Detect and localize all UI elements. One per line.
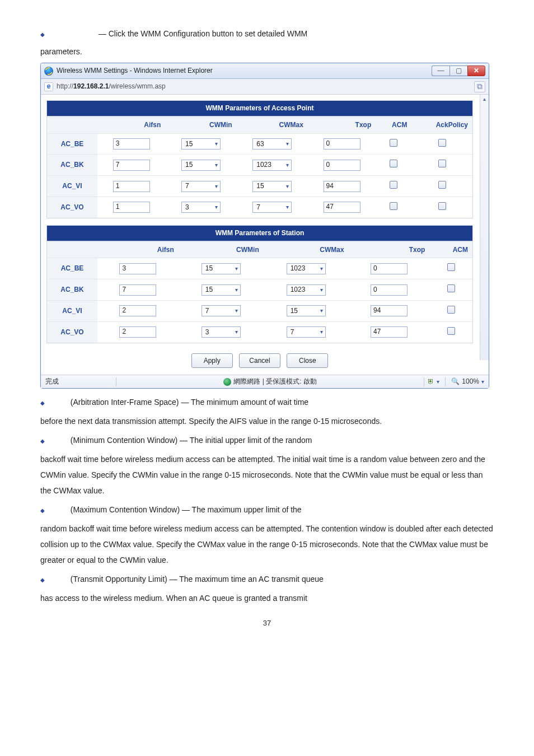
chevron-down-icon: ▾ <box>286 140 289 148</box>
para-aifs-text1: (Arbitration Inter-Frame Space) — The mi… <box>71 398 308 407</box>
cwmax-select[interactable]: 7▾ <box>252 202 292 213</box>
table-row: AC_VI 1 7▾ 15▾ 94 <box>47 175 472 197</box>
txop-input[interactable]: 94 <box>324 181 360 192</box>
acm-checkbox[interactable] <box>390 181 397 189</box>
aifsn-input[interactable]: 2 <box>119 326 156 338</box>
table-row: AC_BE 3 15▾ 1023▾ 0 <box>47 258 472 279</box>
bullet-icon: ◆ <box>40 400 55 406</box>
para-txop-lead: ◆ (Transmit Opportunity Limit) — The max… <box>40 571 494 587</box>
scrollbar[interactable]: ▴ <box>480 95 489 360</box>
para-aifs-text2: before the next data transmission attemp… <box>40 413 494 429</box>
chevron-down-icon: ▾ <box>286 183 289 190</box>
txop-input[interactable]: 94 <box>371 305 407 316</box>
status-done: 完成 <box>45 377 113 386</box>
txop-input[interactable]: 0 <box>371 263 407 274</box>
intro-line-2: parameters. <box>40 44 494 59</box>
chevron-down-icon: ▾ <box>235 286 238 294</box>
page-icon <box>44 82 53 91</box>
intro-line-1: ◆ — Click the WMM Configuration button t… <box>40 26 494 41</box>
aifsn-input[interactable]: 7 <box>119 284 156 296</box>
acm-checkbox[interactable] <box>447 327 455 335</box>
chevron-down-icon: ▾ <box>286 203 289 211</box>
zoom-value: 100% <box>462 377 479 386</box>
maximize-button[interactable]: ▢ <box>449 66 467 76</box>
aifsn-input[interactable]: 2 <box>119 305 156 316</box>
aifsn-input[interactable]: 1 <box>113 202 150 213</box>
row-ac-bk: AC_BK <box>47 154 97 175</box>
cwmax-select[interactable]: 15▾ <box>287 305 326 316</box>
close-button-form[interactable]: Close <box>287 353 328 368</box>
cwmin-select[interactable]: 3▾ <box>202 326 241 338</box>
ap-col-cwmax: CWMax <box>237 116 308 133</box>
bullet-icon: ◆ <box>40 577 55 583</box>
chevron-down-icon: ▾ <box>215 161 218 169</box>
chevron-down-icon: ▾ <box>320 265 323 273</box>
cwmin-select[interactable]: 15▾ <box>202 284 241 296</box>
address-url[interactable]: http://192.168.2.1/wireless/wmm.asp <box>57 82 471 91</box>
acm-checkbox[interactable] <box>390 160 397 167</box>
cwmax-select[interactable]: 1023▾ <box>252 160 292 171</box>
cwmax-select[interactable]: 1023▾ <box>287 284 326 296</box>
aifsn-input[interactable]: 7 <box>113 160 150 171</box>
ap-col-blank <box>47 116 97 133</box>
cwmax-select[interactable]: 15▾ <box>252 181 292 192</box>
para-txop-text1: (Transmit Opportunity Limit) — The maxim… <box>71 575 324 584</box>
acm-checkbox[interactable] <box>390 139 397 147</box>
acm-checkbox[interactable] <box>447 306 455 314</box>
sta-col-cwmax: CWMax <box>264 241 349 258</box>
acm-checkbox[interactable] <box>447 263 455 271</box>
txop-input[interactable]: 0 <box>324 160 360 171</box>
chevron-down-icon: ▾ <box>215 140 218 148</box>
chevron-down-icon[interactable]: ▾ <box>481 378 484 386</box>
intro-text-2: parameters. <box>40 47 82 56</box>
chevron-down-icon: ▾ <box>320 328 323 336</box>
window-title: Wireless WMM Settings - Windows Internet… <box>57 66 432 76</box>
cwmin-select[interactable]: 15▾ <box>181 160 221 171</box>
ackpolicy-checkbox[interactable] <box>438 202 446 210</box>
ackpolicy-checkbox[interactable] <box>438 181 446 189</box>
ackpolicy-checkbox[interactable] <box>438 160 446 167</box>
ackpolicy-checkbox[interactable] <box>438 139 446 147</box>
aifsn-input[interactable]: 3 <box>113 138 150 150</box>
chevron-down-icon: ▾ <box>215 183 218 190</box>
row-ac-be: AC_BE <box>47 133 97 155</box>
cwmin-select[interactable]: 7▾ <box>181 181 221 192</box>
ap-col-aifsn: Aifsn <box>97 116 165 133</box>
intro-text-1: — Click the WMM Configuration button to … <box>99 29 307 38</box>
aifsn-input[interactable]: 1 <box>113 181 150 192</box>
apply-button[interactable]: Apply <box>191 353 233 368</box>
sta-table-caption: WMM Parameters of Station <box>46 225 473 241</box>
table-row: AC_BK 7 15▾ 1023▾ 0 <box>47 154 472 175</box>
acm-checkbox[interactable] <box>390 202 397 210</box>
chevron-down-icon[interactable]: ▾ <box>437 378 439 386</box>
cwmin-select[interactable]: 15▾ <box>181 138 221 150</box>
minimize-icon: — <box>438 66 444 76</box>
txop-input[interactable]: 47 <box>324 202 360 213</box>
cwmax-select[interactable]: 7▾ <box>287 326 326 338</box>
txop-input[interactable]: 0 <box>371 284 407 296</box>
wmm-window: Wireless WMM Settings - Windows Internet… <box>40 63 489 389</box>
txop-input[interactable]: 47 <box>371 326 407 338</box>
cancel-button[interactable]: Cancel <box>239 353 280 368</box>
shield-icon: ⛨ <box>428 377 434 386</box>
cwmin-select[interactable]: 3▾ <box>181 202 221 213</box>
sta-col-txop: Txop <box>349 241 430 258</box>
sta-col-acm: ACM <box>429 241 472 258</box>
para-cwmax-lead: ◆ (Maximum Contention Window) — The maxi… <box>40 502 494 517</box>
cwmin-select[interactable]: 7▾ <box>202 305 241 316</box>
minimize-button[interactable]: — <box>432 66 449 76</box>
cwmax-select[interactable]: 63▾ <box>252 138 292 150</box>
zoom-icon[interactable]: 🔍 <box>451 377 460 386</box>
para-cwmin-text1: (Minimum Contention Window) — The initia… <box>71 436 312 445</box>
internet-icon <box>223 378 231 386</box>
row-ac-vi: AC_VI <box>47 175 97 197</box>
aifsn-input[interactable]: 3 <box>119 263 156 274</box>
acm-checkbox[interactable] <box>447 284 455 292</box>
cwmin-select[interactable]: 15▾ <box>202 263 241 274</box>
close-button[interactable]: ✕ <box>467 66 485 76</box>
chevron-down-icon: ▾ <box>235 328 238 336</box>
compat-view-button[interactable]: ⧉ <box>474 81 485 92</box>
cwmax-select[interactable]: 1023▾ <box>287 263 326 274</box>
txop-input[interactable]: 0 <box>324 138 360 150</box>
table-row: AC_BE 3 15▾ 63▾ 0 <box>47 133 472 155</box>
